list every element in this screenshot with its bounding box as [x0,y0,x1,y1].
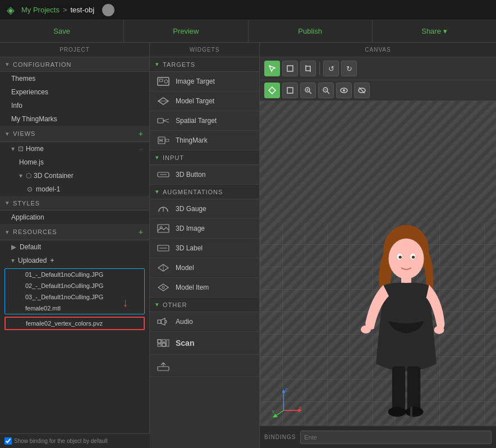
share-button[interactable]: Share ▾ [373,20,496,43]
breadcrumb-separator: > [63,6,67,14]
model-target-item[interactable]: Model Target [150,92,259,111]
preview-button[interactable]: Preview [124,20,248,43]
container-3d-item[interactable]: ▾ ⬡ 3D Container [0,169,149,182]
canvas-viewport[interactable]: Z X Y Scene polygon count: 1876 [260,101,496,447]
styles-label: STYLES [13,200,40,207]
home-item[interactable]: ▾ ⊡ Home → [0,142,149,156]
other-header[interactable]: ▾ OTHER [150,298,259,312]
uploaded-label: Uploaded [18,257,47,264]
svg-point-61 [388,407,406,417]
resources-label: RESOURCES [13,228,57,235]
views-add-button[interactable]: + [139,129,144,138]
uploaded-item[interactable]: ▾ Uploaded + [0,254,149,267]
augmentations-label: AUGMENTATIONS [163,189,223,195]
views-header[interactable]: ▾ VIEWS + [0,126,149,142]
current-project: test-obj [71,6,95,14]
model-item[interactable]: Model [150,258,259,278]
label-3d-item[interactable]: 3D Label [150,239,259,258]
default-chevron: ▶ [11,243,16,251]
targets-header[interactable]: ▾ TARGETS [150,57,259,72]
active-resource-row: female02_vertex_colors.pvz ↓ [0,316,149,331]
input-header[interactable]: ▾ INPUT [150,150,259,165]
resources-header[interactable]: ▾ RESOURCES + [0,224,149,240]
save-button[interactable]: Save [0,20,124,43]
select-tool-button[interactable] [264,61,280,76]
zoom-out-button[interactable] [318,83,334,98]
export-item[interactable] [150,357,259,377]
eye-open-button[interactable] [336,83,352,98]
info-label: Info [11,102,22,109]
info-item[interactable]: Info [0,99,149,112]
svg-rect-28 [162,340,166,342]
svg-line-7 [163,121,169,122]
configuration-header[interactable]: ▾ CONFIGURATION [0,57,149,72]
thingmark-item[interactable]: ThingMark [150,131,259,150]
augmentations-header[interactable]: ▾ AUGMENTATIONS [150,185,259,199]
model-target-icon [155,95,171,107]
canvas-toolbar-2 [260,80,496,101]
eye-closed-button[interactable] [354,83,370,98]
mythingmarks-item[interactable]: My ThingMarks [0,112,149,126]
publish-button[interactable]: Publish [249,20,373,43]
project-section-label: PROJECT [0,43,150,57]
gauge-3d-item[interactable]: 3D Gauge [150,199,259,219]
application-item[interactable]: Application [0,211,149,224]
projects-link[interactable]: My Projects [21,6,59,14]
default-item[interactable]: ▶ Default [0,240,149,254]
resource-file-1[interactable]: 01_-_Default1noCulling.JPG [5,269,144,280]
scan-label: Scan [176,339,194,348]
crop-tool-button[interactable] [300,61,316,76]
coordinate-axes: Z X Y [271,385,305,419]
resources-add-button[interactable]: + [139,227,144,236]
undo-button[interactable]: ↺ [323,61,339,76]
image-3d-item[interactable]: 3D Image [150,219,259,239]
styles-header[interactable]: ▾ STYLES [0,196,149,211]
views-label: VIEWS [13,130,35,137]
section-labels: PROJECT WIDGETS CANVAS [0,43,496,57]
other-chevron: ▾ [155,301,159,308]
themes-label: Themes [11,75,35,83]
svg-rect-29 [162,343,166,346]
project-status-button[interactable] [102,4,114,16]
uploaded-add-button[interactable]: + [50,257,54,264]
svg-rect-59 [392,367,405,412]
audio-item[interactable]: Audio [150,312,259,332]
bindings-label: BINDINGS [264,434,296,440]
container-3d-chevron: ▾ [19,172,22,180]
themes-item[interactable]: Themes [0,72,149,85]
audio-icon [155,316,171,327]
rectangle-tool-button[interactable] [282,61,298,76]
svg-point-2 [164,80,168,83]
spatial-target-item[interactable]: Spatial Target [150,111,259,131]
home-js-item[interactable]: Home.js [0,156,149,169]
zoom-in-button[interactable] [300,83,316,98]
resource-file-2[interactable]: 02_-_Default1noCulling.JPG [5,280,144,291]
targets-chevron: ▾ [155,61,159,68]
svg-point-58 [434,326,444,334]
svg-line-40 [309,92,311,94]
show-binding-checkbox[interactable] [4,437,12,445]
scan-item[interactable]: Scan [150,332,259,355]
audio-label: Audio [176,318,193,326]
3d-mode-button[interactable] [264,83,280,98]
svg-marker-12 [166,139,169,141]
experiences-item[interactable]: Experiences [0,85,149,99]
2d-mode-button[interactable] [282,83,298,98]
button-3d-item[interactable]: 3D Button [150,165,259,185]
svg-rect-5 [158,118,163,123]
redo-button[interactable]: ↻ [341,61,357,76]
resource-file-5[interactable]: female02_vertex_colors.pvz [6,318,144,329]
model-1-item[interactable]: ⊙ model-1 [0,182,149,196]
image-target-item[interactable]: Image Target [150,72,259,92]
widget-panel: ▾ TARGETS Image Target Model Target Spat… [150,57,260,448]
resource-file-3-label: 03_-_Default1noCulling.JPG [25,294,103,300]
canvas-area: ↺ ↻ [260,57,496,448]
svg-text:Y: Y [272,409,275,414]
svg-rect-33 [287,66,293,71]
model-item-widget[interactable]: Model Item [150,278,259,298]
home-arrow-icon: → [138,146,144,152]
svg-point-57 [361,326,371,333]
main-toolbar: Save Preview Publish Share ▾ [0,20,496,43]
bindings-input[interactable] [300,431,492,444]
svg-rect-30 [167,340,169,346]
